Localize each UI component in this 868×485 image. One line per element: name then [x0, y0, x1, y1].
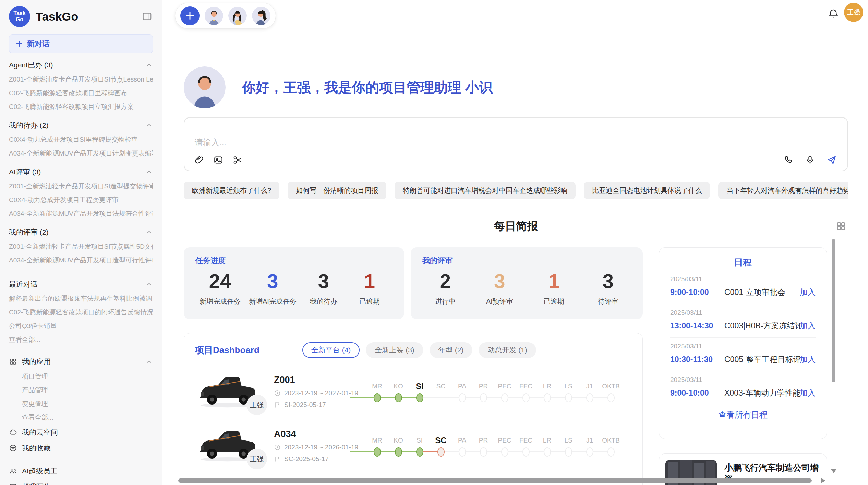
milestone-dot — [374, 393, 381, 402]
sidebar-item-label: 我的收藏 — [22, 443, 51, 453]
sidebar-item-favorites[interactable]: 我的收藏 — [9, 440, 153, 456]
notification-bell-icon[interactable] — [825, 8, 841, 20]
milestone-dot — [607, 447, 615, 457]
chevron-up-icon[interactable] — [145, 358, 153, 365]
milestone: PEC — [494, 434, 515, 458]
schedule-name: C003|H0B-方案冻结评审 — [724, 321, 800, 331]
conversation-item[interactable]: A034-全新新能源MUV产品开发项目法规符合性评审 — [9, 207, 153, 221]
layout-grid-icon[interactable] — [834, 221, 848, 232]
milestone-dot — [480, 447, 487, 457]
suggestion-chip[interactable]: 如何写一份清晰的项目周报 — [288, 182, 386, 199]
sidebar-item-cloud-space[interactable]: 我的云空间 — [9, 424, 153, 440]
suggestion-chip[interactable]: 特朗普可能对进口汽车增税会对中国车企造成哪些影响 — [395, 182, 576, 199]
card-title: 我的评审 — [422, 256, 631, 266]
conversation-item[interactable]: A034-全新新能源MUV产品开发项目造型可行性评审 — [9, 253, 153, 267]
chevron-up-icon[interactable] — [145, 228, 153, 236]
card-title: 任务进度 — [195, 256, 393, 266]
scissors-icon[interactable] — [232, 155, 243, 165]
milestone-dot — [395, 447, 402, 457]
vertical-scrollbar[interactable] — [832, 239, 835, 382]
app-link-change-mgmt[interactable]: 变更管理 — [9, 397, 153, 411]
project-image: 王强 — [195, 371, 260, 412]
milestone-dot — [607, 393, 615, 402]
milestone-dot — [501, 447, 508, 457]
milestone: LR — [537, 434, 558, 458]
conversation-item[interactable]: Z001-全新燃油轻卡产品开发项目SI造型提交物评审 — [9, 179, 153, 193]
project-row[interactable]: 王强 Z001 2023-12-19 ~ 2027-01-19 — [195, 371, 631, 412]
sidebar-item-label: 我的应用 — [22, 357, 51, 366]
suggestion-chip[interactable]: 当下年轻人对汽车外观有怎样的喜好趋势 — [718, 182, 848, 199]
agent-avatar-1[interactable] — [205, 7, 223, 25]
app-link-project-mgmt[interactable]: 项目管理 — [9, 370, 153, 383]
suggestion-chip[interactable]: 欧洲新规最近颁布了什么? — [184, 182, 279, 199]
milestone-dot — [565, 447, 572, 457]
sidebar-collapse-button[interactable] — [141, 11, 153, 22]
greeting-row: 你好，王强，我是你的项目管理助理 小识 — [184, 66, 848, 108]
dashboard-title: 项目Dashboard — [195, 344, 260, 356]
conversation-item[interactable]: Z001-全新燃油皮卡产品开发项目SI节点Lesson Learn报告 — [9, 73, 153, 86]
chevron-up-icon[interactable] — [145, 168, 153, 176]
conversation-item[interactable]: Z001-全新燃油轻卡产品开发项目SI节点属性5D文件评审 — [9, 240, 153, 253]
microphone-icon[interactable] — [805, 154, 815, 165]
agent-avatar-2[interactable] — [228, 7, 247, 25]
tab-new-body[interactable]: 全新上装 (3) — [366, 342, 423, 358]
chevron-up-icon[interactable] — [145, 281, 153, 288]
conversation-item[interactable]: A034-全新新能源MUV产品开发项目计划变更表编写 — [9, 147, 153, 160]
phone-icon[interactable] — [784, 154, 794, 165]
section-ai-review[interactable]: AI评审 (3) — [9, 164, 153, 179]
sidebar-item-my-apps[interactable]: 我的应用 — [9, 354, 153, 370]
picture-icon — [9, 483, 17, 485]
horizontal-scrollbar[interactable] — [178, 478, 812, 483]
apps-grid-icon — [9, 358, 17, 366]
user-avatar[interactable]: 王强 — [844, 3, 863, 22]
schedule-name: C005-整车工程目标评审 — [724, 354, 800, 365]
image-icon[interactable] — [213, 155, 224, 165]
join-button[interactable]: 加入 — [800, 287, 816, 298]
project-row[interactable]: 王强 A034 2023-12-19 ~ 2026-01-19 — [195, 425, 631, 466]
sidebar-item-help-me-write[interactable]: 帮我写作 — [9, 479, 153, 485]
join-button[interactable]: 加入 — [800, 354, 816, 365]
milestone: PR — [473, 380, 494, 404]
milestone-dot — [501, 393, 508, 402]
scrollbar-right-arrow[interactable] — [821, 478, 825, 483]
send-icon[interactable] — [826, 154, 837, 165]
section-agent-done[interactable]: Agent已办 (3) — [9, 58, 153, 73]
app-link-product-mgmt[interactable]: 产品管理 — [9, 383, 153, 397]
scrollbar-down-arrow[interactable] — [831, 469, 837, 473]
schedule-time: 9:00-10:00 — [670, 288, 724, 297]
conversation-item[interactable]: 公司Q3轻卡销量 — [9, 319, 153, 333]
attachment-icon[interactable] — [194, 155, 204, 165]
agent-avatar-3[interactable] — [252, 7, 270, 25]
conversation-item[interactable]: C0X4-动力总成开发项目SI里程碑提交物检查 — [9, 133, 153, 147]
sidebar: Task Go TaskGo 新对话 Agent已办 (3) Z001-全新燃油… — [0, 0, 162, 485]
sidebar-item-ai-super-staff[interactable]: AI超级员工 — [9, 463, 153, 479]
section-label: 我的待办 (2) — [9, 121, 49, 130]
view-all-apps-link[interactable]: 查看全部... — [9, 411, 153, 424]
tab-model-year[interactable]: 年型 (2) — [430, 342, 473, 358]
conversation-item[interactable]: C02-飞腾新能源轻客改款项目立项汇报方案 — [9, 100, 153, 114]
conversation-item[interactable]: C0X4-动力总成开发项目工程变更评审 — [9, 193, 153, 207]
plus-icon — [185, 11, 195, 21]
conversation-item[interactable]: 解释最新出台的欧盟报废车法规再生塑料比例被调至15%... — [9, 292, 153, 306]
schedule-card: 日程 2025/03/11 9:00-10:00 C001-立项审批会 加入 2… — [659, 247, 827, 439]
conversation-item[interactable]: C02-飞腾新能源轻客改款项目里程碑画布 — [9, 86, 153, 100]
join-button[interactable]: 加入 — [800, 388, 816, 398]
chevron-up-icon[interactable] — [145, 122, 153, 129]
view-all-chats-link[interactable]: 查看全部... — [9, 333, 153, 347]
conversation-item[interactable]: C02-飞腾新能源轻客改款项目的闭环通告反馈情况 — [9, 306, 153, 319]
new-chat-button[interactable]: 新对话 — [9, 34, 153, 53]
project-dates: 2023-12-19 ~ 2026-01-19 — [274, 444, 362, 451]
tab-new-platform[interactable]: 全新平台 (4) — [302, 342, 360, 358]
composer-right-tools — [784, 154, 837, 165]
section-recent-chats[interactable]: 最近对话 — [9, 277, 153, 292]
section-my-todo[interactable]: 我的待办 (2) — [9, 118, 153, 133]
suggestion-chip[interactable]: 比亚迪全固态电池计划具体说了什么 — [584, 182, 710, 199]
add-agent-button[interactable] — [180, 6, 200, 25]
section-my-review[interactable]: 我的评审 (2) — [9, 225, 153, 240]
chevron-up-icon[interactable] — [145, 61, 153, 69]
composer-left-tools — [194, 155, 243, 165]
join-button[interactable]: 加入 — [800, 321, 816, 331]
composer[interactable]: 请输入... — [184, 117, 848, 171]
tab-powertrain[interactable]: 动总开发 (1) — [479, 342, 536, 358]
view-all-schedule-link[interactable]: 查看所有日程 — [670, 409, 816, 420]
